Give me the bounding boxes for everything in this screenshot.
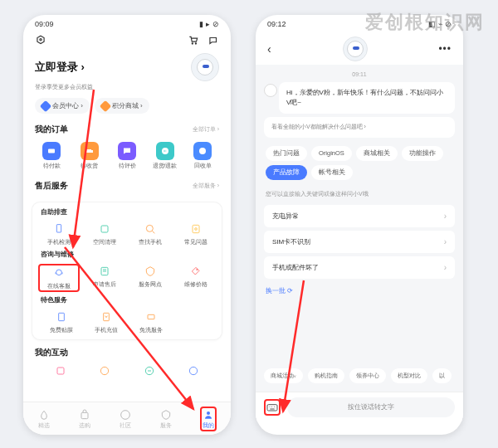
avatar[interactable] bbox=[191, 53, 219, 81]
item-film[interactable]: 免费贴膜 bbox=[41, 309, 82, 334]
keyboard-icon[interactable] bbox=[264, 399, 281, 416]
int-4[interactable] bbox=[173, 363, 214, 378]
item-faq[interactable]: 常见问题 bbox=[175, 222, 217, 246]
schip-coupon[interactable]: 领券中心 bbox=[349, 368, 386, 383]
orders-title: 我的订单 bbox=[35, 124, 68, 135]
schip-compare[interactable]: 机型对比 bbox=[391, 368, 427, 383]
left-phone: 09:09 ▮▸⊘ 立即登录 › 登录享受更多会员权益 会员中心 › 积分商城 … bbox=[23, 15, 231, 435]
chat-body: 09:11 Hi，亲爱的V粉，新年快乐！有什么问题，不妨问问小V吧~ 看看全能的… bbox=[256, 65, 463, 421]
helper-bubble[interactable]: 看看全能的小V都能解决什么问题吧 › bbox=[264, 117, 455, 138]
svg-rect-23 bbox=[81, 412, 88, 418]
schip-guide[interactable]: 购机指南 bbox=[308, 368, 344, 383]
login-title: 立即登录 › bbox=[35, 60, 85, 75]
item-repair-price[interactable]: 维修价格 bbox=[175, 264, 217, 292]
svg-rect-18 bbox=[148, 314, 154, 319]
item-find-phone[interactable]: 查找手机 bbox=[129, 222, 171, 246]
q-charge[interactable]: 充电异常 bbox=[264, 205, 455, 227]
tab-community[interactable]: 社区 bbox=[119, 408, 132, 430]
chat-avatar[interactable] bbox=[343, 37, 368, 61]
bottom-chips[interactable]: 商城活动ᵥ 购机指南 领券中心 机型对比 以 bbox=[256, 363, 463, 388]
svg-rect-28 bbox=[267, 404, 277, 410]
svg-rect-4 bbox=[48, 149, 55, 153]
consult-title: 咨询与维修 bbox=[36, 250, 218, 262]
int-2[interactable] bbox=[84, 363, 125, 378]
order-pending-ship[interactable]: 待收货 bbox=[73, 142, 106, 170]
tag-func[interactable]: 功能操作 bbox=[402, 146, 443, 161]
status-icons-r: ◧⌁⊘ bbox=[428, 20, 452, 28]
tag-origin[interactable]: OriginOS bbox=[311, 146, 352, 161]
interact-title: 我的互动 bbox=[35, 347, 68, 358]
schip-more[interactable]: 以 bbox=[432, 368, 452, 383]
orders-section: 我的订单全部订单 › 待付款 待收货 待评价 退货/退款 回收单 bbox=[23, 120, 231, 177]
order-recycle[interactable]: 回收单 bbox=[186, 142, 219, 170]
svg-point-10 bbox=[146, 225, 153, 231]
item-wash[interactable]: 免洗服务 bbox=[130, 309, 172, 334]
int-1[interactable] bbox=[40, 363, 81, 378]
tag-row: 热门问题 OriginOS 商城相关 功能操作 产品故障 帐号相关 bbox=[264, 141, 455, 185]
tag-account[interactable]: 帐号相关 bbox=[311, 165, 353, 180]
chat-header: ‹ ••• bbox=[256, 33, 463, 65]
promo-chips: 会员中心 › 积分商城 › bbox=[23, 96, 231, 120]
q-broken[interactable]: 手机或配件坏了 bbox=[264, 256, 455, 279]
after-more[interactable]: 全部服务 › bbox=[193, 182, 219, 190]
orders-more[interactable]: 全部订单 › bbox=[193, 125, 219, 134]
tag-fault[interactable]: 产品故障 bbox=[266, 165, 307, 180]
refresh-button[interactable]: 换一批 ⟳ bbox=[264, 282, 455, 300]
svg-point-2 bbox=[192, 43, 193, 44]
tab-mine[interactable]: 我的 bbox=[200, 407, 217, 431]
hint-text: 您可以直接输入关键词或像这样问小V哦 bbox=[264, 185, 455, 202]
status-bar: 09:09 ▮▸⊘ bbox=[23, 15, 231, 33]
greeting-bubble: Hi，亲爱的V粉，新年快乐！有什么问题，不妨问问小V吧~ bbox=[279, 82, 455, 114]
status-time: 09:09 bbox=[35, 20, 54, 28]
more-icon[interactable]: ••• bbox=[438, 43, 452, 55]
tag-hot[interactable]: 热门问题 bbox=[266, 146, 307, 161]
item-recharge[interactable]: 手机充值 bbox=[85, 309, 127, 334]
voice-button[interactable]: 按住说话转文字 bbox=[287, 397, 455, 417]
item-apply-after[interactable]: 申请售后 bbox=[84, 264, 125, 292]
item-cleanup[interactable]: 空间清理 bbox=[84, 222, 125, 246]
svg-point-12 bbox=[194, 228, 197, 231]
svg-point-1 bbox=[40, 39, 42, 41]
tag-mall[interactable]: 商城相关 bbox=[356, 146, 398, 161]
right-phone: 09:12 ◧⌁⊘ ‹ ••• 09:11 Hi，亲爱的V粉，新年快乐！有什么问… bbox=[256, 15, 463, 435]
svg-marker-0 bbox=[37, 36, 44, 43]
login-subtitle: 登录享受更多会员权益 bbox=[23, 83, 231, 96]
svg-rect-5 bbox=[86, 149, 91, 153]
self-title: 自助排查 bbox=[36, 207, 218, 220]
status-time-r: 09:12 bbox=[267, 20, 286, 28]
chip-points[interactable]: 积分商城 › bbox=[95, 98, 149, 114]
interact-section: 我的互动 bbox=[23, 343, 231, 380]
back-icon[interactable]: ‹ bbox=[267, 42, 271, 56]
order-pending-pay[interactable]: 待付款 bbox=[35, 142, 68, 170]
chip-member[interactable]: 会员中心 › bbox=[35, 98, 90, 114]
status-icons: ▮▸⊘ bbox=[199, 20, 219, 28]
cart-icon[interactable] bbox=[188, 35, 199, 46]
tab-featured[interactable]: 精选 bbox=[37, 408, 51, 430]
svg-point-22 bbox=[190, 367, 198, 374]
item-online-service[interactable]: 在线客服 bbox=[38, 264, 80, 292]
status-bar-r: 09:12 ◧⌁⊘ bbox=[256, 15, 463, 33]
message-icon[interactable] bbox=[208, 35, 219, 46]
svg-point-20 bbox=[101, 367, 109, 374]
tab-service[interactable]: 服务 bbox=[159, 408, 173, 430]
order-review[interactable]: 待评价 bbox=[110, 142, 144, 170]
after-section: 售后服务全部服务 › bbox=[23, 177, 231, 198]
svg-rect-9 bbox=[101, 226, 108, 232]
svg-point-13 bbox=[56, 270, 61, 275]
schip-activity[interactable]: 商城活动ᵥ bbox=[264, 368, 303, 383]
item-phone-check[interactable]: 手机检测 bbox=[38, 222, 80, 246]
login-row[interactable]: 立即登录 › bbox=[23, 50, 231, 83]
q-sim[interactable]: SIM卡不识别 bbox=[264, 231, 455, 253]
int-3[interactable] bbox=[129, 363, 170, 378]
svg-point-7 bbox=[199, 148, 206, 154]
order-refund[interactable]: 退货/退款 bbox=[149, 142, 182, 170]
after-title: 售后服务 bbox=[35, 180, 68, 192]
tab-shop[interactable]: 选购 bbox=[78, 408, 91, 430]
special-title: 特色服务 bbox=[36, 295, 218, 308]
bottom-nav: 精选 选购 社区 服务 我的 bbox=[23, 402, 231, 435]
svg-rect-16 bbox=[59, 313, 65, 320]
settings-icon[interactable] bbox=[35, 35, 46, 46]
input-bar: 按住说话转文字 bbox=[256, 392, 463, 421]
svg-point-24 bbox=[121, 410, 130, 419]
item-service-point[interactable]: 服务网点 bbox=[129, 264, 171, 292]
